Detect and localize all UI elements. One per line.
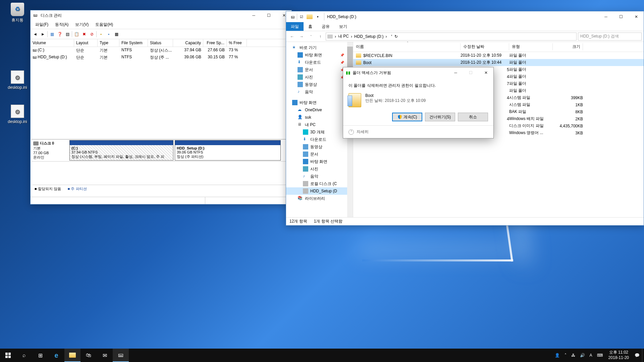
file-row[interactable]: $RECYCLE.BIN2018-11-20 오후 10:59파일 폴더 [353, 52, 644, 59]
col-name[interactable]: 이름 ˄ [353, 42, 461, 52]
continue-button[interactable]: 계속(C) [392, 113, 422, 121]
dialog-titlebar[interactable]: ▮▮ 폴더 액세스가 거부됨 ─ ☐ ✕ [343, 67, 493, 78]
minimize-button[interactable]: ─ [448, 68, 463, 78]
col-size[interactable]: 크기 [553, 42, 583, 52]
nav-item[interactable]: 로컬 디스크 (C [286, 180, 353, 187]
desktop-icon-recycle-bin[interactable]: 휴지통 [5, 3, 30, 23]
clock[interactable]: 오후 11:02 2018-11-20 [605, 350, 632, 360]
nav-item[interactable]: 문서 [286, 150, 353, 158]
col-type[interactable]: 유형 [509, 42, 553, 52]
toolbar-btn[interactable]: ▦ [113, 31, 120, 38]
tab-file[interactable]: 파일 [286, 22, 304, 31]
addr-dropdown[interactable]: ˅ [391, 35, 392, 38]
toolbar-btn[interactable]: ▪ [105, 31, 112, 38]
task-view-button[interactable]: ⊞ [32, 349, 48, 362]
toolbar-btn[interactable]: ✖ [81, 31, 88, 38]
tab-home[interactable]: 홈 [304, 22, 317, 31]
desktop-icon-ini-1[interactable]: desktop.ini [5, 70, 30, 90]
recent-dropdown[interactable]: ˅ [307, 33, 315, 41]
address-bar[interactable]: › 내 PC › HDD_Setup (D:) › ˅ ↻ [326, 33, 577, 41]
refresh-button[interactable]: ↻ [394, 34, 398, 39]
qat-folder-icon[interactable] [306, 13, 313, 20]
ime-icon[interactable]: A [587, 349, 595, 362]
nav-item[interactable]: 📚라이브러리 [286, 195, 353, 202]
nav-item[interactable]: ★바로 가기 [286, 44, 353, 51]
file-row[interactable]: Boot2018-11-20 오후 10:44파일 폴더 [353, 59, 644, 66]
col-type[interactable]: Type [98, 39, 119, 47]
more-details[interactable]: ˅ 자세히 [343, 125, 493, 138]
menu-help[interactable]: 도움말(H) [92, 20, 116, 29]
tab-share[interactable]: 공유 [317, 22, 334, 31]
volume-icon[interactable]: 🔊 [578, 349, 587, 362]
mail-button[interactable]: ✉ [97, 349, 113, 362]
table-header[interactable]: Volume Layout Type File System Status Ca… [31, 39, 291, 47]
skip-button[interactable]: 건너뛰기(S) [425, 113, 455, 121]
menu-view[interactable]: 보기(V) [72, 20, 92, 29]
maximize-button[interactable]: ☐ [613, 12, 629, 22]
start-button[interactable] [0, 349, 16, 362]
nav-item[interactable]: 바탕 화면📌 [286, 51, 353, 59]
disk-row[interactable]: 디스크 0 기본 77.00 GB 온라인 (C:)37.94 GB NTFS정… [31, 139, 291, 162]
file-list-header[interactable]: 이름 ˄ 수정한 날짜 유형 크기 [353, 42, 644, 52]
network-icon[interactable]: 🖧 [569, 349, 578, 362]
breadcrumb-sep[interactable]: › [351, 34, 352, 39]
tab-view[interactable]: 보기 [334, 22, 352, 31]
col-status[interactable]: Status [148, 39, 173, 47]
close-button[interactable]: ✕ [629, 12, 644, 22]
show-desktop-button[interactable] [642, 349, 644, 362]
cancel-button[interactable]: 취소 [458, 113, 488, 121]
minimize-button[interactable]: ─ [598, 12, 613, 22]
qat-dropdown[interactable]: ▾ [314, 13, 321, 20]
desktop-icon-ini-2[interactable]: desktop.ini [5, 105, 30, 124]
menu-file[interactable]: 파일(F) [32, 20, 52, 29]
titlebar[interactable]: 🖴 ☑ ▾ HDD_Setup (D:) ─ ☐ ✕ [286, 11, 644, 22]
tray-overflow[interactable]: ˄ [562, 349, 569, 362]
nav-item[interactable]: ⬇다운로드📌 [286, 59, 353, 66]
col-fs[interactable]: File System [119, 39, 148, 47]
partition[interactable]: (C:)37.94 GB NTFS정상 (시스템, 부팅, 페이지 파일, 활성… [69, 140, 173, 161]
toolbar-btn[interactable]: ⊘ [89, 31, 95, 38]
partition[interactable]: HDD_Setup (D:)39.06 GB NTFS정상 (주 파티션) [175, 140, 281, 161]
menu-action[interactable]: 동작(A) [52, 20, 72, 29]
edge-button[interactable]: e [48, 349, 64, 362]
store-button[interactable]: 🛍 [80, 349, 97, 362]
nav-item[interactable]: HDD_Setup (D [286, 187, 353, 195]
diskmgmt-taskbar-button[interactable]: 🖴 [113, 349, 129, 362]
col-volume[interactable]: Volume [31, 39, 74, 47]
col-pfree[interactable]: % Free [227, 39, 247, 47]
toolbar-btn[interactable]: ▤ [64, 31, 71, 38]
minimize-button[interactable]: ─ [246, 10, 261, 20]
nav-item[interactable]: 동영상 [286, 143, 353, 150]
breadcrumb[interactable]: 내 PC [338, 34, 349, 39]
maximize-button[interactable]: ☐ [261, 10, 276, 20]
forward-button[interactable]: ► [40, 31, 46, 38]
breadcrumb[interactable]: HDD_Setup (D:) [354, 34, 383, 39]
search-button[interactable]: ⌕ [16, 349, 32, 362]
search-input[interactable]: HDD_Setup (D:) 검색 [578, 33, 642, 41]
back-button[interactable]: ◄ [32, 31, 39, 38]
ime-mode-icon[interactable]: ⌨ [595, 349, 605, 362]
col-date[interactable]: 수정한 날짜 [461, 42, 509, 52]
nav-item[interactable]: 사진 [286, 165, 353, 173]
nav-item[interactable]: 바탕 화면 [286, 158, 353, 165]
up-button[interactable]: ↑ [316, 33, 324, 41]
table-row[interactable]: 🖴 (C:)단순기본NTFS정상 (시스...37.94 GB27.66 GB7… [31, 47, 291, 54]
breadcrumb-sep[interactable]: › [335, 34, 336, 39]
back-button[interactable]: ← [288, 33, 296, 41]
col-layout[interactable]: Layout [74, 39, 98, 47]
explorer-taskbar-button[interactable] [64, 349, 80, 362]
forward-button[interactable]: → [298, 33, 306, 41]
titlebar[interactable]: 🖴 디스크 관리 ─ ☐ ✕ [31, 10, 291, 20]
toolbar-btn[interactable]: 📋 [73, 31, 80, 38]
col-capacity[interactable]: Capacity [173, 39, 203, 47]
toolbar-btn[interactable]: ▪ [98, 31, 104, 38]
table-row[interactable]: 🖴 HDD_Setup (D:)단순기본NTFS정상 (주 ...39.06 G… [31, 54, 291, 61]
col-free[interactable]: Free Sp... [203, 39, 227, 47]
toolbar-btn[interactable]: ▦ [49, 31, 55, 38]
close-button[interactable]: ✕ [478, 68, 493, 78]
toolbar-btn[interactable]: ❓ [56, 31, 63, 38]
action-center-icon[interactable]: 💬 [632, 349, 642, 362]
properties-icon[interactable]: ☑ [298, 13, 305, 20]
breadcrumb-sep[interactable]: › [385, 34, 387, 39]
nav-item[interactable]: ♪음악 [286, 173, 353, 180]
